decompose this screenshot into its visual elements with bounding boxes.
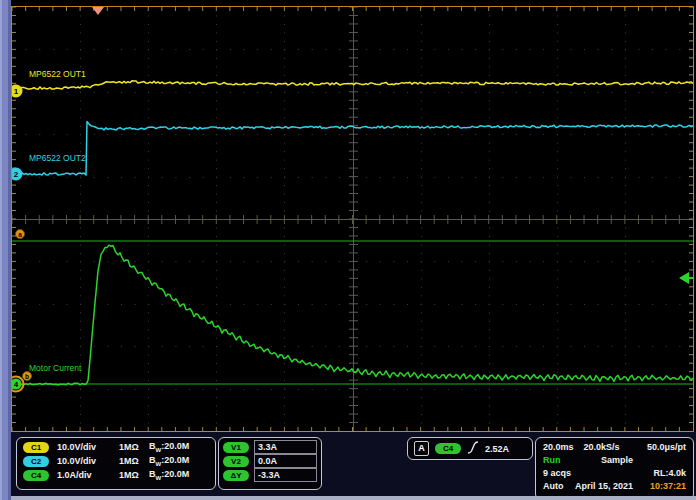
status-bar: C1 10.0V/div 1MΩ BW:20.0M C2 10.0V/div 1…: [11, 432, 696, 496]
cursor-a-handle[interactable]: a: [16, 230, 25, 239]
cursor-delta-row[interactable]: ΔY -3.3A: [219, 468, 321, 482]
cursor-v1-value: 3.3A: [254, 440, 317, 454]
left-bezel: [0, 0, 11, 500]
acq-count: 9 acqs: [543, 468, 571, 478]
trigger-level-arrow[interactable]: [679, 272, 693, 284]
ch2-badge: C2: [23, 456, 49, 467]
ch2-scale: 10.0V/div: [57, 456, 119, 466]
acq-date-row: Auto April 15, 2021 10:37:21: [536, 479, 693, 492]
ch4-trace-label: Motor Current: [29, 363, 82, 373]
rising-edge-icon: [467, 440, 479, 457]
cursor-delta-value: -3.3A: [254, 468, 317, 482]
trigger-a-badge: A: [414, 441, 429, 456]
cursor-a-label: a: [18, 231, 22, 238]
cursor-v1-badge: V1: [223, 442, 249, 453]
ch1-badge: C1: [23, 442, 49, 453]
date: April 15, 2021: [575, 481, 633, 491]
ch4-impedance: 1MΩ: [119, 470, 149, 480]
cursor-v1-row[interactable]: V1 3.3A: [219, 440, 321, 454]
horizontal-acquisition-readout[interactable]: 20.0ms 20.0kS/s 50.0μs/pt Run Sample 9 a…: [535, 437, 694, 500]
cursor-v2-row[interactable]: V2 0.0A: [219, 454, 321, 468]
ch1-impedance: 1MΩ: [119, 442, 149, 452]
sample-rate: 20.0kS/s: [584, 442, 620, 452]
scope-graticule-svg: 1 2 4 a b MP6522 OUT1 MP6522 OUT2 Motor …: [12, 7, 693, 431]
timebase-row: 20.0ms 20.0kS/s 50.0μs/pt: [536, 440, 693, 453]
ch2-readout[interactable]: C2 10.0V/div 1MΩ BW:20.0M: [17, 454, 215, 468]
ch4-scale: 1.0A/div: [57, 470, 119, 480]
run-status: Run: [543, 455, 577, 465]
acq-mode: Sample: [601, 455, 633, 465]
record-length: RL:4.0k: [653, 468, 686, 478]
channel-readouts[interactable]: C1 10.0V/div 1MΩ BW:20.0M C2 10.0V/div 1…: [16, 437, 216, 490]
ch1-trace-label: MP6522 OUT1: [29, 69, 86, 79]
bottom-bezel: [11, 496, 696, 500]
ch2-trace-label: MP6522 OUT2: [29, 153, 86, 163]
channel1-marker[interactable]: 1: [12, 85, 23, 98]
cursor-delta-badge: ΔY: [223, 470, 249, 481]
trigger-source-badge: C4: [435, 443, 461, 454]
oscilloscope-ui: { "scope": { "trace_labels": { "ch1": "M…: [0, 0, 696, 500]
waveform-display: 1 2 4 a b MP6522 OUT1 MP6522 OUT2 Motor …: [11, 6, 694, 432]
resolution: 50.0μs/pt: [647, 442, 686, 452]
cursor-v2-badge: V2: [223, 456, 249, 467]
trigger-mode: Auto: [543, 481, 575, 491]
acq-state-row: Run Sample: [536, 453, 693, 466]
channel1-marker-label: 1: [14, 87, 19, 96]
ch4-badge: C4: [23, 470, 49, 481]
ch4-readout[interactable]: C4 1.0A/div 1MΩ BW:20.0M: [17, 468, 215, 482]
trigger-readout[interactable]: A C4 2.52A: [407, 437, 533, 460]
cursor-readouts[interactable]: V1 3.3A V2 0.0A ΔY -3.3A: [218, 437, 322, 490]
cursor-v2-value: 0.0A: [254, 454, 317, 468]
ch2-bandwidth: BW:20.0M: [149, 455, 189, 467]
ch1-bandwidth: BW:20.0M: [149, 441, 189, 453]
channel2-marker[interactable]: 2: [12, 168, 23, 181]
channel2-marker-label: 2: [14, 170, 19, 179]
cursor-b-label: b: [25, 373, 29, 380]
ch2-impedance: 1MΩ: [119, 456, 149, 466]
acq-count-row: 9 acqs RL:4.0k: [536, 466, 693, 479]
time: 10:37:21: [650, 481, 686, 491]
ch4-bandwidth: BW:20.0M: [149, 469, 189, 481]
timebase-value: 20.0ms: [543, 442, 574, 452]
ch1-scale: 10.0V/div: [57, 442, 119, 452]
trigger-level-value: 2.52A: [485, 444, 509, 454]
ch1-readout[interactable]: C1 10.0V/div 1MΩ BW:20.0M: [17, 440, 215, 454]
graticule: [12, 7, 693, 431]
